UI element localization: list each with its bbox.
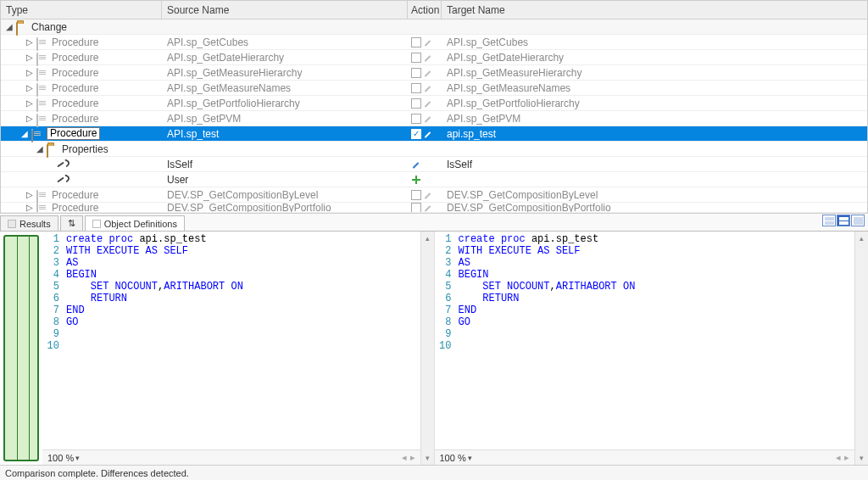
col-header-target[interactable]: Target Name [442, 1, 867, 19]
right-zoom-bar: 100 % ◂ ▸ [435, 449, 855, 465]
procedure-icon [36, 37, 48, 47]
left-hscroll-left[interactable]: ◂ [402, 452, 407, 463]
line-number: 3 [435, 257, 459, 269]
source-name: API.sp_GetMeasureNames [167, 82, 291, 94]
property-row[interactable]: IsSelfIsSelf [1, 157, 867, 172]
table-row[interactable]: ▷ProcedureAPI.sp_GetMeasureNamesAPI.sp_G… [1, 81, 867, 96]
include-checkbox[interactable] [411, 37, 421, 47]
target-name: API.sp_GetMeasureHierarchy [447, 67, 581, 79]
table-row[interactable]: ▷ProcedureAPI.sp_GetPortfolioHierarchyAP… [1, 96, 867, 111]
edit-icon [423, 83, 433, 93]
line-number: 7 [435, 304, 459, 316]
include-checkbox[interactable] [411, 83, 421, 93]
include-checkbox[interactable] [411, 129, 421, 139]
code-line: 5 SET NOCOUNT,ARITHABORT ON [435, 281, 855, 293]
group-label: Change [31, 21, 67, 33]
table-row[interactable]: ▷ProcedureAPI.sp_GetMeasureHierarchyAPI.… [1, 65, 867, 81]
target-name: API.sp_GetMeasureNames [447, 82, 570, 94]
col-header-source[interactable]: Source Name [162, 1, 408, 19]
line-number: 4 [435, 269, 459, 281]
expander-icon[interactable]: ▷ [25, 83, 35, 93]
code-line: 1create proc api.sp_test [42, 233, 420, 245]
include-checkbox[interactable] [411, 190, 421, 200]
code-line: 9 [435, 328, 855, 340]
tab-defs-label: Object Definitions [104, 219, 177, 229]
group-row[interactable]: ◢Change [1, 20, 867, 35]
expander-icon[interactable]: ▷ [25, 98, 35, 109]
include-checkbox[interactable] [411, 114, 421, 124]
right-zoom-dropdown[interactable]: 100 % [440, 453, 472, 463]
source-name: API.sp_GetMeasureHierarchy [167, 67, 302, 79]
line-number: 3 [42, 257, 66, 269]
left-hscroll-right[interactable]: ▸ [410, 452, 415, 463]
view-mode-single[interactable] [851, 215, 865, 226]
scroll-down-icon[interactable]: ▾ [421, 451, 434, 465]
table-row[interactable]: ▷ProcedureDEV.SP_GetCompositionByLevelDE… [1, 187, 867, 203]
right-pane: 1create proc api.sp_test2WITH EXECUTE AS… [435, 232, 869, 465]
line-number: 8 [42, 316, 66, 328]
overview-ruler-left[interactable] [3, 235, 39, 461]
col-header-action[interactable]: Action [408, 1, 442, 19]
grid-body[interactable]: ◢Change▷ProcedureAPI.sp_GetCubesAPI.sp_G… [1, 20, 867, 213]
tab-messages[interactable]: ⇅ [60, 215, 83, 231]
diff-panes: 1create proc api.sp_test2WITH EXECUTE AS… [0, 231, 868, 465]
type-label: Procedure [52, 36, 98, 48]
table-row[interactable]: ▷ProcedureAPI.sp_GetCubesAPI.sp_GetCubes [1, 35, 867, 50]
properties-row[interactable]: ◢Properties [1, 142, 867, 157]
expander-icon[interactable]: ◢ [4, 22, 14, 32]
line-number: 5 [435, 281, 459, 293]
expander-icon[interactable]: ▷ [25, 53, 35, 63]
grid-header: Type Source Name Action Target Name [1, 1, 867, 20]
view-mode-side[interactable] [822, 215, 836, 226]
view-mode-split[interactable] [837, 215, 850, 226]
edit-icon [411, 159, 421, 170]
right-vscroll[interactable]: ▴ ▾ [854, 232, 868, 465]
tab-object-definitions[interactable]: Object Definitions [85, 215, 185, 231]
left-zoom-dropdown[interactable]: 100 % [47, 453, 80, 463]
wrench-icon [55, 159, 67, 170]
expander-icon[interactable]: ▷ [25, 37, 35, 47]
col-header-type[interactable]: Type [1, 1, 162, 19]
table-row[interactable]: ▷ProcedureDEV.SP_GetCompositionByPortfol… [1, 203, 867, 213]
right-code-body[interactable]: 1create proc api.sp_test2WITH EXECUTE AS… [435, 232, 855, 449]
add-icon [411, 175, 421, 185]
tab-results-label: Results [19, 219, 51, 229]
table-row[interactable]: ▷ProcedureAPI.sp_GetPVMAPI.sp_GetPVM [1, 111, 867, 126]
scroll-down-icon[interactable]: ▾ [855, 451, 868, 465]
left-vscroll[interactable]: ▴ ▾ [420, 232, 434, 465]
include-checkbox[interactable] [411, 53, 421, 63]
type-label: Procedure [47, 127, 100, 140]
procedure-icon [36, 114, 48, 124]
view-mode-buttons [822, 215, 865, 226]
right-hscroll-right[interactable]: ▸ [844, 452, 849, 463]
right-hscroll-left[interactable]: ◂ [836, 452, 841, 463]
source-name: API.sp_GetPortfolioHierarchy [167, 98, 300, 109]
include-checkbox[interactable] [411, 68, 421, 78]
target-name: IsSelf [447, 159, 472, 170]
code-line: 6 RETURN [435, 293, 855, 304]
expander-icon[interactable]: ▷ [25, 114, 35, 124]
type-label: Procedure [52, 203, 98, 213]
code-line: 10 [435, 340, 855, 352]
scroll-up-icon[interactable]: ▴ [421, 232, 434, 245]
tab-results[interactable]: Results [0, 215, 58, 231]
expander-icon[interactable]: ▷ [25, 68, 35, 78]
table-row[interactable]: ◢ProcedureAPI.sp_testapi.sp_test [1, 126, 867, 142]
expander-icon[interactable]: ▷ [25, 190, 35, 200]
table-row[interactable]: ▷ProcedureAPI.sp_GetDateHierarchyAPI.sp_… [1, 50, 867, 65]
left-code-body[interactable]: 1create proc api.sp_test2WITH EXECUTE AS… [42, 232, 420, 449]
edit-icon [423, 98, 433, 109]
line-number: 9 [42, 328, 66, 340]
target-name: API.sp_GetPortfolioHierarchy [447, 98, 580, 109]
edit-icon [423, 203, 433, 213]
source-name: API.sp_GetDateHierarchy [167, 52, 284, 64]
expander-icon[interactable]: ◢ [35, 144, 45, 154]
expander-icon[interactable]: ▷ [25, 203, 35, 213]
include-checkbox[interactable] [411, 98, 421, 109]
property-row[interactable]: User [1, 172, 867, 187]
expander-icon[interactable]: ◢ [19, 129, 30, 139]
scroll-up-icon[interactable]: ▴ [855, 232, 868, 245]
code-line: 7END [42, 304, 420, 316]
left-zoom-bar: 100 % ◂ ▸ [42, 449, 420, 465]
include-checkbox[interactable] [411, 203, 421, 213]
